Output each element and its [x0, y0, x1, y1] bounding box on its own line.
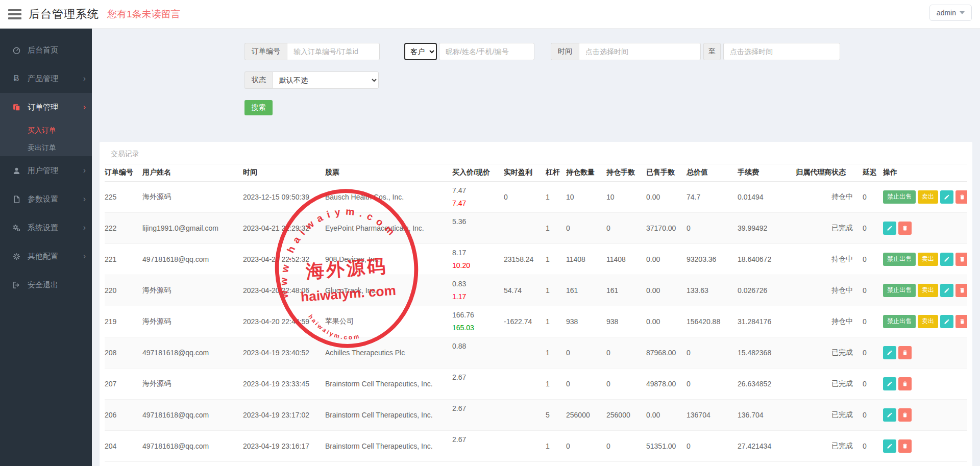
status-select[interactable]: 默认不选 — [273, 71, 379, 89]
buy-price: 8.17 — [452, 247, 502, 259]
cell-profit: 54.74 — [504, 275, 546, 306]
chevron-right-icon: › — [83, 195, 86, 203]
cell-lever: 1 — [546, 306, 566, 337]
logout-icon — [11, 280, 21, 289]
edit-button[interactable] — [883, 222, 896, 235]
gear-icon — [11, 252, 21, 261]
sidebar-item-products[interactable]: Ƀ 产品管理 › — [0, 64, 92, 93]
cell-time: 2023-04-19 23:17:02 — [243, 399, 325, 430]
cell-time: 2023-04-19 23:40:52 — [243, 337, 325, 368]
delete-button[interactable] — [955, 284, 967, 297]
cell-user: 海外源码 — [142, 275, 243, 306]
ban-sell-button[interactable]: 禁止出售 — [883, 315, 916, 328]
col-profit: 实时盈利 — [504, 164, 546, 181]
cell-price: 2.67 — [452, 368, 504, 399]
cell-status: 已完成 — [831, 337, 863, 368]
delete-button[interactable] — [898, 377, 912, 390]
ban-sell-button[interactable]: 禁止出售 — [883, 284, 916, 297]
table-row: 204497181618@qq.com2023-04-19 23:16:17Br… — [105, 430, 967, 461]
search-button[interactable]: 搜索 — [244, 100, 273, 115]
cell-profit — [504, 368, 546, 399]
delete-button[interactable] — [898, 439, 912, 453]
sidebar-item-parameters[interactable]: 参数设置 › — [0, 185, 92, 213]
cell-lots: 161 — [606, 275, 646, 306]
sell-button[interactable]: 卖出 — [918, 284, 938, 297]
edit-button[interactable] — [883, 439, 896, 453]
ban-sell-button[interactable]: 禁止出售 — [883, 253, 916, 266]
delete-button[interactable] — [955, 315, 967, 328]
cell-actions — [883, 212, 967, 243]
sidebar-item-logout[interactable]: 安全退出 — [0, 271, 92, 299]
sidebar-item-orders[interactable]: 订单管理 › — [0, 93, 92, 121]
current-price: 10.20 — [452, 259, 502, 272]
sidebar-item-users[interactable]: 用户管理 › — [0, 156, 92, 185]
cell-order-no: 206 — [105, 399, 142, 430]
cell-order-no: 220 — [105, 275, 142, 306]
sidebar-item-dashboard[interactable]: 后台首页 — [0, 36, 92, 64]
cell-actions — [883, 399, 967, 430]
cell-status: 持仓中 — [831, 306, 863, 337]
delete-button[interactable] — [898, 408, 912, 422]
hamburger-menu-icon[interactable] — [8, 9, 21, 19]
edit-button[interactable] — [940, 190, 953, 204]
cell-user: 海外源码 — [142, 181, 243, 212]
sidebar-item-label: 产品管理 — [28, 74, 58, 84]
edit-button[interactable] — [940, 315, 953, 328]
time-from-input[interactable] — [579, 43, 701, 60]
cell-delay: 0 — [863, 306, 883, 337]
delete-button[interactable] — [955, 190, 967, 204]
cell-delay: 0 — [863, 430, 883, 461]
sidebar-item-other-config[interactable]: 其他配置 › — [0, 242, 92, 271]
cell-agent — [796, 275, 831, 306]
ban-sell-button[interactable]: 禁止出售 — [883, 190, 916, 204]
cell-time: 2023-04-21 22:29:32 — [243, 212, 325, 243]
cell-time: 2023-04-20 22:48:06 — [243, 275, 325, 306]
time-to-input[interactable] — [723, 43, 840, 60]
unread-message-notice[interactable]: 您有1条未读留言 — [107, 8, 181, 21]
cell-user: 海外源码 — [142, 306, 243, 337]
cell-status: 已完成 — [831, 399, 863, 430]
edit-button[interactable] — [883, 408, 896, 422]
cell-qty: 938 — [566, 306, 606, 337]
cell-lever: 1 — [546, 430, 566, 461]
current-price: 7.47 — [452, 197, 502, 210]
customer-keyword-input[interactable] — [439, 43, 534, 60]
sell-button[interactable]: 卖出 — [918, 315, 938, 328]
sell-button[interactable]: 卖出 — [918, 253, 938, 266]
sidebar-item-sell-orders[interactable]: 卖出订单 — [0, 139, 92, 156]
sidebar-item-buy-orders[interactable]: 买入订单 — [0, 121, 92, 139]
edit-button[interactable] — [883, 377, 896, 390]
chevron-down-icon — [960, 11, 965, 14]
sidebar-group-orders: 订单管理 › 买入订单 卖出订单 — [0, 93, 92, 156]
edit-button[interactable] — [883, 346, 896, 359]
order-no-input[interactable] — [287, 43, 380, 60]
cell-status: 已完成 — [831, 212, 863, 243]
current-price: 1.17 — [452, 290, 502, 303]
edit-button[interactable] — [940, 253, 953, 266]
order-no-group: 订单编号 — [244, 43, 380, 60]
sidebar-item-system-settings[interactable]: 系统设置 › — [0, 213, 92, 242]
table-row: 225海外源码2023-12-15 09:50:39Bausch Health … — [105, 181, 967, 212]
delete-button[interactable] — [898, 222, 912, 235]
order-no-label: 订单编号 — [244, 43, 287, 60]
table-row: 206497181618@qq.com2023-04-19 23:17:02Br… — [105, 399, 967, 430]
cell-delay: 0 — [863, 368, 883, 399]
delete-button[interactable] — [955, 253, 967, 266]
col-lever: 杠杆 — [546, 164, 566, 181]
cell-user: 497181618@qq.com — [142, 399, 243, 430]
cell-actions: 禁止出售卖出 — [883, 306, 967, 337]
bitcoin-icon: Ƀ — [11, 74, 21, 83]
chevron-right-icon: › — [83, 224, 86, 232]
delete-button[interactable] — [898, 346, 912, 359]
cell-qty: 11408 — [566, 243, 606, 275]
edit-button[interactable] — [940, 284, 953, 297]
chevron-right-icon: › — [83, 103, 86, 111]
cell-agent — [796, 212, 831, 243]
admin-user-dropdown[interactable]: admin — [929, 5, 972, 21]
col-status: 状态 — [831, 164, 863, 181]
table-row: 222lijing1991.0@gmail.com2023-04-21 22:2… — [105, 212, 967, 243]
customer-type-select[interactable]: 客户 — [404, 43, 437, 60]
sell-button[interactable]: 卖出 — [918, 190, 938, 204]
search-filters: 订单编号 客户 时间 至 状态 默认不选 — [92, 29, 980, 115]
cell-total: 0 — [687, 430, 738, 461]
